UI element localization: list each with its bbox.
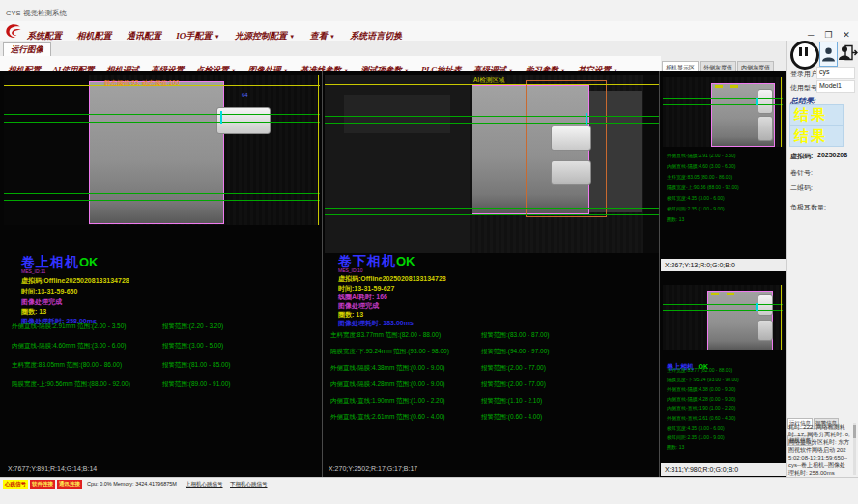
small-measurement-text: 圈数: 13 <box>667 216 684 222</box>
small-bottom-pixel-coords: X:311;Y:980;R:0;G:0;B:0 <box>665 466 738 473</box>
exit-door-icon <box>844 42 858 63</box>
winding-pin-label: 卷针号: <box>790 168 813 178</box>
overlay-line <box>663 104 783 105</box>
machine-structure <box>344 95 450 133</box>
alarm-range-text: 报警范围:(0.60 - 4.00) <box>481 413 542 422</box>
upper-camera-heartbeat-link[interactable]: 上相机心跳信号 <box>186 481 223 488</box>
overlay-marker <box>756 98 758 105</box>
alarm-range-text: 报警范围:(1.10 - 2.10) <box>481 397 542 406</box>
overlay-marker <box>715 85 723 88</box>
tab-connector-object <box>216 107 271 134</box>
view-tabs: 相机显示区外侧灰度值内侧灰度值 <box>661 56 786 71</box>
threshold-overlay-text: 静态阈值:93, 动态阈值:100 <box>104 79 179 88</box>
bright-metal-part <box>758 320 773 341</box>
lower-camera-heartbeat-link[interactable]: 下相机心跳信号 <box>230 481 268 488</box>
small-measurement-text: 隔膜宽度-下:95.24 (93.00 - 98.00) <box>667 377 739 382</box>
qr-code-label: 二维码: <box>790 183 813 193</box>
overlay-marker <box>727 293 734 295</box>
overlay-marker <box>730 85 738 88</box>
middle-camera-viewport[interactable]: AI检测区域 <box>325 75 659 253</box>
left-virtual-code: 虚拟码:Offline20250208133134728 <box>21 276 129 286</box>
pause-icon <box>805 47 808 56</box>
model-value: Model1 <box>819 82 842 89</box>
overlay-line <box>325 208 659 209</box>
overlay-line <box>318 75 319 225</box>
measurement-text: 内侧直线-直线:1.90mm 范围:(1.00 - 2.20) <box>330 397 444 406</box>
overlay-line <box>781 77 782 147</box>
overlay-line <box>4 193 320 194</box>
alarm-range-text: 报警范围:(81.00 - 85.00) <box>162 361 230 370</box>
result-box-1: 结果 <box>789 104 844 126</box>
window-controls: ─ ❐ ✕ <box>804 24 853 42</box>
small-measurement-text: 极耳间距:2.35 (1.00 - 9.00) <box>667 206 725 211</box>
close-button[interactable]: ✕ <box>840 30 853 40</box>
minimize-button[interactable]: ─ <box>804 30 817 40</box>
middle-mes-id: MES_ID:10 <box>338 267 363 273</box>
measurement-text: 隔膜宽度-上:90.56mm 范围:(88.00 - 92.00) <box>12 380 130 389</box>
application-window: CYS-视觉检测系统 系统配置 相机配置 通讯配置 IO手配置 ▼ 光源控制配置… <box>0 0 858 504</box>
title-bar <box>0 0 858 21</box>
overlay-line <box>4 122 320 123</box>
middle-pixel-coords: X:270;Y:2502;R:17;G:17;B:17 <box>329 465 417 472</box>
overlay-line <box>663 98 783 99</box>
log-text: 耗时: 222, 网络检测耗时: 17, 网络分离耗时: 0, 网络提取分区耗时… <box>788 423 850 477</box>
overlay-marker <box>711 293 719 295</box>
overlay-line <box>4 114 320 115</box>
exit-button[interactable] <box>844 42 858 63</box>
login-user-value: cys <box>819 69 830 75</box>
small-measurement-text: 主料宽度:83.77 (82.00 - 88.00) <box>667 367 732 373</box>
left-pixel-coords: X:7677;Y:891;R:14;G:14;B:14 <box>8 465 97 472</box>
cpu-memory-status: Cpu: 0.0% Memory: 3424.41796875M <box>87 481 177 487</box>
heartbeat-badge: 心跳信号 <box>3 480 28 489</box>
small-measurement-text: 外侧直线-隔膜:2.91 (2.00 - 3.50) <box>667 153 735 158</box>
small-measurement-text: 圈数: 13 <box>667 444 684 450</box>
small-measurement-text: 内侧直线-隔膜:4.60 (3.00 - 6.00) <box>667 163 735 169</box>
left-time: 时间:13-31-59-650 <box>21 287 77 296</box>
tab-count-label: 负极耳数量: <box>790 203 826 212</box>
small-top-viewport[interactable] <box>663 77 783 147</box>
gray-value-overlay: 64 <box>242 92 248 98</box>
left-turns: 圈数: 13 <box>21 307 46 317</box>
small-measurement-text: 外侧直线-隔膜:4.38 (0.00 - 9.00) <box>667 386 735 392</box>
window-title: CYS-视觉检测系统 <box>6 9 67 18</box>
left-camera-viewport[interactable]: 静态阈值:93, 动态阈值:100 64 <box>4 75 320 225</box>
alarm-range-text: 报警范围:(94.00 - 97.00) <box>481 348 549 356</box>
left-process-done: 图像处理完成 <box>21 297 62 307</box>
pause-button[interactable] <box>790 41 819 70</box>
overlay-line <box>663 304 783 305</box>
virtual-code-label: 虚拟码: <box>790 152 813 161</box>
separator-film-region <box>89 81 224 224</box>
alarm-range-text: 报警范围:(2.00 - 77.00) <box>481 364 546 373</box>
small-measurement-text: 极耳宽度:4.35 (3.00 - 6.00) <box>667 425 725 431</box>
log-scrollbar-thumb[interactable] <box>853 425 856 438</box>
ai-region-label: AI检测区域 <box>473 76 504 85</box>
maximize-button[interactable]: ❐ <box>822 30 836 40</box>
result-box-2: 结果 <box>789 126 844 147</box>
measurement-text: 外侧直线-隔膜:2.91mm 范围:(2.00 - 3.50) <box>12 322 126 331</box>
overlay-line <box>325 214 659 215</box>
alarm-range-text: 报警范围:(2.00 - 77.00) <box>481 380 546 389</box>
overlay-marker <box>586 113 587 125</box>
measurement-text: 内侧直线-隔膜:4.28mm 范围:(0.00 - 9.00) <box>330 380 444 389</box>
bright-metal-part <box>758 294 773 316</box>
small-top-pixel-coords: X:267;Y:13;R:0;G:0;B:0 <box>665 262 735 268</box>
tab-run-image[interactable]: 运行图像 <box>3 42 51 57</box>
tab-row <box>0 41 786 57</box>
small-measurement-text: 内侧直线-直线:1.90 (1.00 - 2.20) <box>667 406 735 411</box>
small-measurement-text: 极耳宽度:4.35 (3.00 - 6.00) <box>667 195 725 201</box>
small-measurement-text: 极耳间距:2.35 (1.00 - 9.00) <box>667 434 725 440</box>
bright-metal-part <box>758 89 773 114</box>
overlay-marker <box>756 303 758 311</box>
measurement-text: 主料宽度:83.77mm 范围:(82.00 - 88.00) <box>330 331 441 340</box>
small-measurement-text: 外侧直线-直线:2.61 (0.60 - 4.00) <box>667 415 735 421</box>
ai-detect-rect <box>526 80 607 217</box>
small-bottom-viewport[interactable] <box>663 285 783 350</box>
overlay-line <box>325 116 659 117</box>
measurement-text: 主料宽度:83.05mm 范围:(80.00 - 86.00) <box>12 361 122 370</box>
user-login-button[interactable] <box>819 42 838 67</box>
alarm-range-text: 报警范围:(83.00 - 87.00) <box>481 331 549 340</box>
middle-elapsed: 图像处理耗时: 183.00ms <box>338 319 414 328</box>
small-measurement-text: 内侧直线-隔膜:4.28 (0.00 - 9.00) <box>667 396 735 402</box>
model-label: 使用型号: <box>790 83 819 93</box>
log-scrollbar[interactable] <box>853 423 856 475</box>
